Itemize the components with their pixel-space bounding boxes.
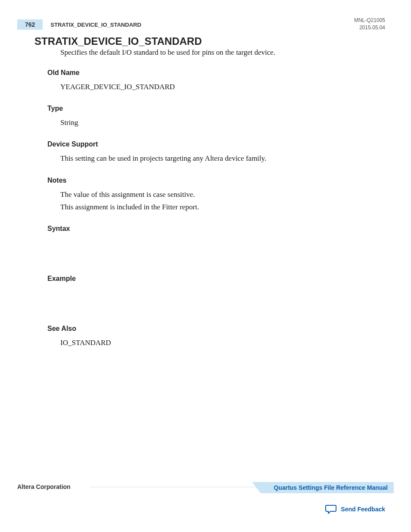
send-feedback-link[interactable]: Send Feedback <box>325 504 385 514</box>
notes-line-2: This assignment is included in the Fitte… <box>60 201 385 213</box>
old-name-heading: Old Name <box>47 69 385 77</box>
page-header: 762 STRATIX_DEVICE_IO_STANDARD <box>17 19 385 30</box>
notes-body: The value of this assignment is case sen… <box>60 189 385 213</box>
send-feedback-label: Send Feedback <box>341 506 385 513</box>
notes-line-1: The value of this assignment is case sen… <box>60 189 385 200</box>
footer-manual-link[interactable]: Quartus Settings File Reference Manual <box>261 482 394 493</box>
type-body: String <box>60 117 385 128</box>
doc-date: 2015.05.04 <box>354 24 385 31</box>
description-text: Specifies the default I/O standard to be… <box>60 48 385 57</box>
device-support-heading: Device Support <box>47 140 385 148</box>
page-title: STRATIX_DEVICE_IO_STANDARD <box>34 35 202 47</box>
example-body <box>60 287 385 313</box>
running-title: STRATIX_DEVICE_IO_STANDARD <box>50 22 141 28</box>
content-body: Specifies the default I/O standard to be… <box>47 48 385 361</box>
page-number: 762 <box>17 19 43 30</box>
example-heading: Example <box>47 275 385 283</box>
footer-company: Altera Corporation <box>17 483 71 490</box>
see-also-heading: See Also <box>47 325 385 333</box>
notes-heading: Notes <box>47 177 385 184</box>
old-name-body: YEAGER_DEVICE_IO_STANDARD <box>60 81 385 93</box>
syntax-heading: Syntax <box>47 225 385 233</box>
header-meta: MNL-Q21005 2015.05.04 <box>354 17 385 31</box>
see-also-body: IO_STANDARD <box>60 337 385 348</box>
device-support-body: This setting can be used in projects tar… <box>60 152 385 164</box>
footer-bar-line <box>90 487 280 487</box>
chat-bubble-icon <box>325 504 336 514</box>
syntax-body <box>60 237 385 263</box>
page-footer: Altera Corporation Quartus Settings File… <box>17 482 394 493</box>
type-heading: Type <box>47 105 385 112</box>
doc-id: MNL-Q21005 <box>354 17 385 24</box>
